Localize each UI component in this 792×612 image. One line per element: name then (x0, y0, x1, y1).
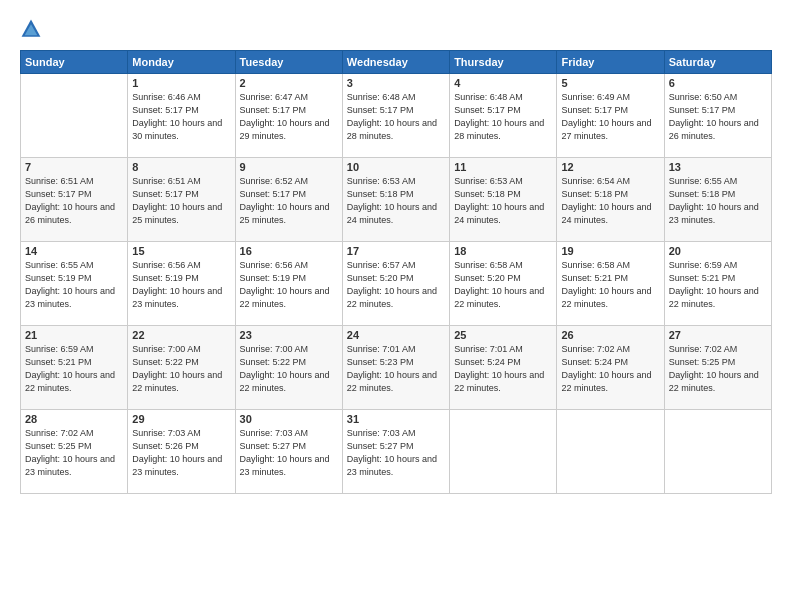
day-cell: 19Sunrise: 6:58 AMSunset: 5:21 PMDayligh… (557, 242, 664, 326)
day-cell (664, 410, 771, 494)
day-info: Sunrise: 7:01 AMSunset: 5:24 PMDaylight:… (454, 343, 552, 395)
weekday-header-row: SundayMondayTuesdayWednesdayThursdayFrid… (21, 51, 772, 74)
day-info: Sunrise: 6:57 AMSunset: 5:20 PMDaylight:… (347, 259, 445, 311)
day-info: Sunrise: 6:48 AMSunset: 5:17 PMDaylight:… (454, 91, 552, 143)
day-cell: 8Sunrise: 6:51 AMSunset: 5:17 PMDaylight… (128, 158, 235, 242)
day-number: 3 (347, 77, 445, 89)
day-number: 6 (669, 77, 767, 89)
day-cell: 31Sunrise: 7:03 AMSunset: 5:27 PMDayligh… (342, 410, 449, 494)
weekday-sunday: Sunday (21, 51, 128, 74)
day-number: 26 (561, 329, 659, 341)
day-info: Sunrise: 6:59 AMSunset: 5:21 PMDaylight:… (25, 343, 123, 395)
day-info: Sunrise: 7:03 AMSunset: 5:27 PMDaylight:… (347, 427, 445, 479)
weekday-wednesday: Wednesday (342, 51, 449, 74)
week-row-5: 28Sunrise: 7:02 AMSunset: 5:25 PMDayligh… (21, 410, 772, 494)
day-number: 9 (240, 161, 338, 173)
page: SundayMondayTuesdayWednesdayThursdayFrid… (0, 0, 792, 612)
day-cell: 23Sunrise: 7:00 AMSunset: 5:22 PMDayligh… (235, 326, 342, 410)
day-info: Sunrise: 7:02 AMSunset: 5:24 PMDaylight:… (561, 343, 659, 395)
day-info: Sunrise: 6:54 AMSunset: 5:18 PMDaylight:… (561, 175, 659, 227)
day-number: 28 (25, 413, 123, 425)
day-cell: 29Sunrise: 7:03 AMSunset: 5:26 PMDayligh… (128, 410, 235, 494)
weekday-saturday: Saturday (664, 51, 771, 74)
day-number: 20 (669, 245, 767, 257)
week-row-2: 7Sunrise: 6:51 AMSunset: 5:17 PMDaylight… (21, 158, 772, 242)
day-number: 10 (347, 161, 445, 173)
day-cell: 4Sunrise: 6:48 AMSunset: 5:17 PMDaylight… (450, 74, 557, 158)
day-number: 12 (561, 161, 659, 173)
day-info: Sunrise: 6:51 AMSunset: 5:17 PMDaylight:… (132, 175, 230, 227)
day-cell: 21Sunrise: 6:59 AMSunset: 5:21 PMDayligh… (21, 326, 128, 410)
day-info: Sunrise: 7:00 AMSunset: 5:22 PMDaylight:… (240, 343, 338, 395)
day-info: Sunrise: 7:00 AMSunset: 5:22 PMDaylight:… (132, 343, 230, 395)
day-number: 1 (132, 77, 230, 89)
day-info: Sunrise: 6:58 AMSunset: 5:20 PMDaylight:… (454, 259, 552, 311)
day-number: 5 (561, 77, 659, 89)
day-cell: 25Sunrise: 7:01 AMSunset: 5:24 PMDayligh… (450, 326, 557, 410)
day-number: 24 (347, 329, 445, 341)
day-info: Sunrise: 6:50 AMSunset: 5:17 PMDaylight:… (669, 91, 767, 143)
day-cell: 3Sunrise: 6:48 AMSunset: 5:17 PMDaylight… (342, 74, 449, 158)
logo (20, 18, 46, 40)
day-cell: 17Sunrise: 6:57 AMSunset: 5:20 PMDayligh… (342, 242, 449, 326)
day-number: 15 (132, 245, 230, 257)
day-info: Sunrise: 6:51 AMSunset: 5:17 PMDaylight:… (25, 175, 123, 227)
day-cell (557, 410, 664, 494)
day-number: 11 (454, 161, 552, 173)
day-cell: 10Sunrise: 6:53 AMSunset: 5:18 PMDayligh… (342, 158, 449, 242)
day-info: Sunrise: 6:55 AMSunset: 5:18 PMDaylight:… (669, 175, 767, 227)
day-cell: 20Sunrise: 6:59 AMSunset: 5:21 PMDayligh… (664, 242, 771, 326)
day-number: 8 (132, 161, 230, 173)
day-number: 13 (669, 161, 767, 173)
day-number: 18 (454, 245, 552, 257)
day-info: Sunrise: 6:56 AMSunset: 5:19 PMDaylight:… (132, 259, 230, 311)
day-number: 25 (454, 329, 552, 341)
day-number: 16 (240, 245, 338, 257)
day-cell: 13Sunrise: 6:55 AMSunset: 5:18 PMDayligh… (664, 158, 771, 242)
day-cell: 6Sunrise: 6:50 AMSunset: 5:17 PMDaylight… (664, 74, 771, 158)
day-info: Sunrise: 6:52 AMSunset: 5:17 PMDaylight:… (240, 175, 338, 227)
day-info: Sunrise: 7:03 AMSunset: 5:26 PMDaylight:… (132, 427, 230, 479)
day-info: Sunrise: 6:55 AMSunset: 5:19 PMDaylight:… (25, 259, 123, 311)
day-info: Sunrise: 6:47 AMSunset: 5:17 PMDaylight:… (240, 91, 338, 143)
weekday-monday: Monday (128, 51, 235, 74)
day-cell: 14Sunrise: 6:55 AMSunset: 5:19 PMDayligh… (21, 242, 128, 326)
day-cell: 1Sunrise: 6:46 AMSunset: 5:17 PMDaylight… (128, 74, 235, 158)
day-number: 30 (240, 413, 338, 425)
day-info: Sunrise: 6:56 AMSunset: 5:19 PMDaylight:… (240, 259, 338, 311)
day-info: Sunrise: 7:01 AMSunset: 5:23 PMDaylight:… (347, 343, 445, 395)
week-row-1: 1Sunrise: 6:46 AMSunset: 5:17 PMDaylight… (21, 74, 772, 158)
day-cell: 12Sunrise: 6:54 AMSunset: 5:18 PMDayligh… (557, 158, 664, 242)
week-row-4: 21Sunrise: 6:59 AMSunset: 5:21 PMDayligh… (21, 326, 772, 410)
day-info: Sunrise: 6:53 AMSunset: 5:18 PMDaylight:… (454, 175, 552, 227)
calendar-table: SundayMondayTuesdayWednesdayThursdayFrid… (20, 50, 772, 494)
day-number: 27 (669, 329, 767, 341)
day-cell: 24Sunrise: 7:01 AMSunset: 5:23 PMDayligh… (342, 326, 449, 410)
day-cell: 7Sunrise: 6:51 AMSunset: 5:17 PMDaylight… (21, 158, 128, 242)
day-info: Sunrise: 7:03 AMSunset: 5:27 PMDaylight:… (240, 427, 338, 479)
day-number: 22 (132, 329, 230, 341)
day-cell: 11Sunrise: 6:53 AMSunset: 5:18 PMDayligh… (450, 158, 557, 242)
day-cell: 2Sunrise: 6:47 AMSunset: 5:17 PMDaylight… (235, 74, 342, 158)
logo-icon (20, 18, 42, 40)
day-cell: 9Sunrise: 6:52 AMSunset: 5:17 PMDaylight… (235, 158, 342, 242)
day-number: 19 (561, 245, 659, 257)
day-info: Sunrise: 6:49 AMSunset: 5:17 PMDaylight:… (561, 91, 659, 143)
day-info: Sunrise: 6:48 AMSunset: 5:17 PMDaylight:… (347, 91, 445, 143)
day-number: 14 (25, 245, 123, 257)
day-info: Sunrise: 6:53 AMSunset: 5:18 PMDaylight:… (347, 175, 445, 227)
day-cell: 15Sunrise: 6:56 AMSunset: 5:19 PMDayligh… (128, 242, 235, 326)
weekday-friday: Friday (557, 51, 664, 74)
day-cell: 5Sunrise: 6:49 AMSunset: 5:17 PMDaylight… (557, 74, 664, 158)
day-cell: 30Sunrise: 7:03 AMSunset: 5:27 PMDayligh… (235, 410, 342, 494)
day-info: Sunrise: 7:02 AMSunset: 5:25 PMDaylight:… (669, 343, 767, 395)
day-cell (21, 74, 128, 158)
day-number: 17 (347, 245, 445, 257)
day-number: 23 (240, 329, 338, 341)
day-cell: 22Sunrise: 7:00 AMSunset: 5:22 PMDayligh… (128, 326, 235, 410)
day-info: Sunrise: 6:58 AMSunset: 5:21 PMDaylight:… (561, 259, 659, 311)
day-cell: 27Sunrise: 7:02 AMSunset: 5:25 PMDayligh… (664, 326, 771, 410)
day-cell: 28Sunrise: 7:02 AMSunset: 5:25 PMDayligh… (21, 410, 128, 494)
day-number: 21 (25, 329, 123, 341)
header (20, 18, 772, 40)
